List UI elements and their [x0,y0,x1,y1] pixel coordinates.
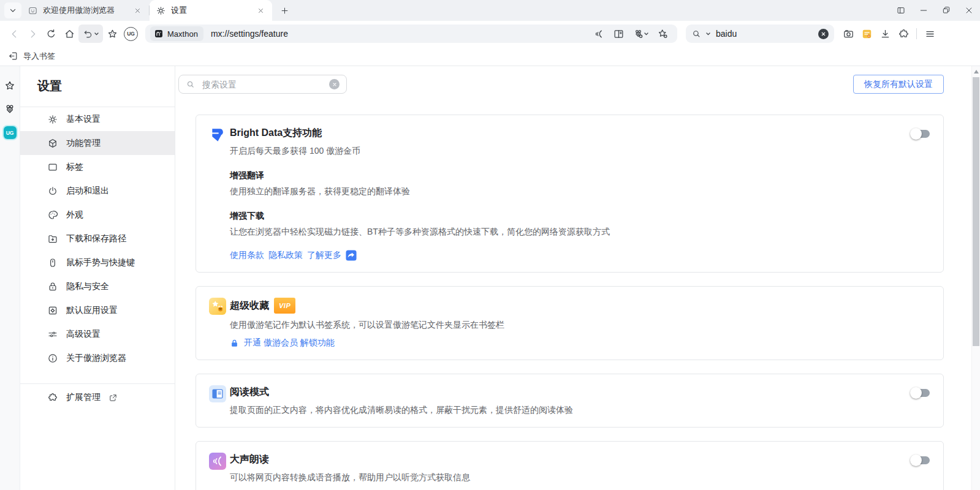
nav-label: 标签 [66,162,83,173]
ug-user-avatar[interactable]: UG [4,126,17,139]
site-brand-chip[interactable]: Maxthon [150,26,203,41]
back-icon [9,28,20,40]
read-aloud-toggle[interactable] [912,456,930,464]
lock-icon [47,281,58,292]
address-bar[interactable]: Maxthon mx://settings/feature [145,24,677,43]
settings-search-box[interactable] [178,75,347,94]
screenshot-button[interactable] [839,24,857,43]
nav-item-about[interactable]: 关于傲游浏览器 [20,346,175,370]
terms-link[interactable]: 使用条款 [230,250,264,261]
home-button[interactable] [60,24,78,43]
window-controls [889,0,980,21]
nav-label: 隐私与安全 [66,281,109,292]
settings-search-input[interactable] [201,79,324,90]
restore-defaults-button[interactable]: 恢复所有默认设置 [853,75,944,94]
download-icon [879,28,891,40]
privacy-link[interactable]: 隐私政策 [268,250,303,261]
close-tab-icon[interactable] [255,5,266,16]
read-aloud-icon [209,453,226,470]
forward-button[interactable] [23,24,42,43]
smiley-monitor-icon [28,6,38,16]
tab-settings[interactable]: 设置 [150,0,272,21]
nav-item-default-apps[interactable]: 默认应用设置 [20,298,175,322]
nav-item-advanced[interactable]: 高级设置 [20,322,175,346]
minimize-button[interactable] [912,0,935,21]
tab-list-chevron-button[interactable] [4,2,21,18]
sliders-icon [47,329,58,340]
palette-icon [47,209,58,221]
back-button[interactable] [5,24,23,43]
nav-label: 关于傲游浏览器 [66,353,126,364]
bee-notes-icon[interactable] [4,103,16,115]
ug-account-button[interactable]: UG [124,27,138,41]
read-aloud-button[interactable] [589,26,609,42]
nav-item-feature-management[interactable]: 功能管理 [20,131,175,155]
note-bee-icon [861,28,873,40]
quick-search-box[interactable] [686,24,834,43]
notes-button[interactable] [857,24,876,43]
reload-button[interactable] [42,24,60,43]
nav-item-downloads-path[interactable]: 下载和保存路径 [20,227,175,251]
favorite-star-button[interactable] [103,24,121,43]
nav-label: 鼠标手势与快捷键 [66,257,135,268]
page-scrollbar[interactable] [971,66,980,490]
extensions-button[interactable] [894,24,913,43]
reader-mode-toggle[interactable] [912,389,930,397]
lock-icon [230,339,239,348]
nav-item-appearance[interactable]: 外观 [20,203,175,227]
nav-label: 基本设置 [66,114,101,125]
unlock-vip-link[interactable]: 开通 傲游会员 解锁功能 [244,337,335,349]
clear-search-icon[interactable] [818,29,829,39]
add-favorite-button[interactable] [653,26,672,42]
card-subtitle: 开启后每天最多获得 100 傲游金币 [230,145,906,157]
gear-icon [47,114,58,125]
tab-label: 设置 [171,5,187,16]
nav-item-mouse-gestures[interactable]: 鼠标手势与快捷键 [20,251,175,274]
forward-icon [27,28,39,40]
favorites-star-icon[interactable] [4,80,16,92]
nav-item-tabs[interactable]: 标签 [20,155,175,179]
url-text[interactable]: mx://settings/feature [211,29,288,39]
star-add-icon [657,28,669,40]
home-icon [64,28,75,40]
share-arrow-icon[interactable] [346,250,357,261]
scrollbar-thumb[interactable] [973,77,979,346]
tab-welcome[interactable]: 欢迎使用傲游浏览器 [21,0,149,21]
section-heading: 增强下载 [230,209,906,222]
super-favorites-icon [209,298,226,315]
nav-item-extensions[interactable]: 扩展管理 [20,384,175,411]
import-bookmarks-button[interactable]: 导入书签 [23,51,55,62]
vip-action-row: 开通 傲游会员 解锁功能 [230,337,906,349]
menu-button[interactable] [921,24,939,43]
gear-icon [156,6,166,16]
split-screen-button[interactable] [889,0,912,21]
scroll-up-arrow-icon[interactable] [974,70,979,74]
reader-mode-button[interactable] [609,26,628,42]
bee-translate-icon [632,28,644,40]
chevron-down-icon [8,6,18,15]
clear-search-icon[interactable] [329,79,340,89]
bright-data-toggle[interactable] [912,130,930,138]
nav-item-privacy-security[interactable]: 隐私与安全 [20,274,175,298]
close-window-button[interactable] [957,0,980,21]
restore-button[interactable] [935,0,957,21]
search-icon [691,29,702,39]
nav-item-basic-settings[interactable]: 基本设置 [20,107,175,131]
quick-search-input[interactable] [715,28,814,39]
minimize-icon [919,6,929,15]
close-tab-icon[interactable] [132,5,143,16]
nav-label: 下载和保存路径 [66,233,126,244]
mouse-icon [47,257,58,268]
brand-label: Maxthon [167,29,198,39]
settings-content: 恢复所有默认设置 Bright Data支持功能 开启后每天最多获得 100 傲… [175,66,980,490]
translate-bee-button[interactable] [628,26,653,42]
downloads-button[interactable] [876,24,894,43]
undo-icon [83,29,93,39]
learn-more-link[interactable]: 了解更多 [307,250,341,261]
card-bright-data: Bright Data支持功能 开启后每天最多获得 100 傲游金币 增强翻译 … [196,115,944,273]
undo-button[interactable] [78,24,103,43]
plus-icon [280,6,289,15]
nav-item-startup-exit[interactable]: 启动和退出 [20,179,175,203]
new-tab-button[interactable] [276,2,293,19]
app-gear-icon [47,305,58,316]
